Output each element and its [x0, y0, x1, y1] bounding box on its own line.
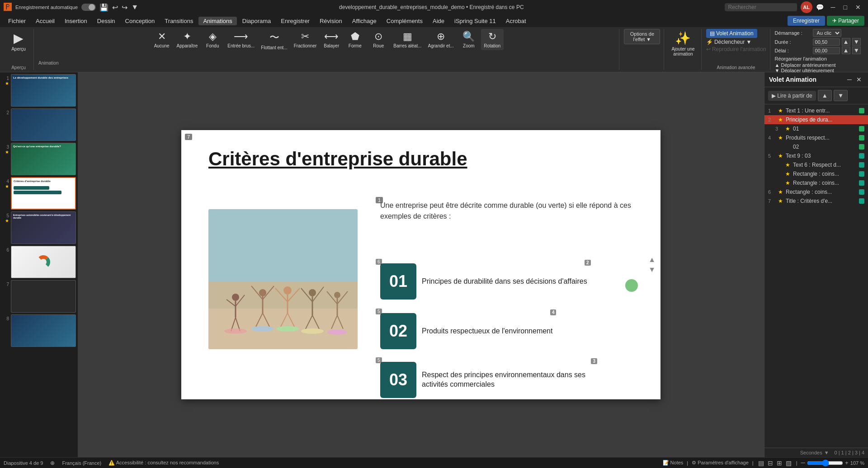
anim-aucune-btn[interactable]: ✕ Aucune [151, 29, 173, 50]
view-normal-btn[interactable]: ▤ [757, 459, 765, 468]
duration-up[interactable]: ▲ [842, 38, 850, 46]
slide-thumb-2[interactable]: 2 [2, 108, 76, 141]
view-outline-btn[interactable]: ⊟ [767, 459, 774, 468]
anim-item-rect1[interactable]: ★ Rectangle : coins... [772, 169, 868, 178]
undo-btn[interactable]: ↩ [112, 3, 118, 12]
customize-btn[interactable]: ▼ [131, 3, 138, 11]
anim-up-btn[interactable]: ▲ [818, 90, 832, 101]
notes-btn[interactable]: 📝 Notes [663, 460, 684, 466]
save-icon-btn[interactable]: 💾 [99, 3, 108, 12]
anim-down-btn[interactable]: ▼ [834, 90, 848, 101]
duration-input[interactable] [813, 38, 840, 46]
anim-item-02[interactable]: ★ 02 [772, 142, 868, 151]
redo-btn[interactable]: ↪ [122, 3, 127, 12]
anim-agrandir-btn[interactable]: ⊕ Agrandir et... [425, 29, 457, 50]
menu-diaporama[interactable]: Diaporama [238, 17, 276, 25]
zoom-out-btn[interactable]: ─ [801, 459, 805, 466]
minimize-btn[interactable]: ─ [827, 3, 839, 12]
anim-fractionner-btn[interactable]: ✂ Fractionner [291, 29, 320, 50]
anim-forme-btn[interactable]: ⬟ Forme [344, 29, 366, 50]
anim-item-rect2[interactable]: ★ Rectangle : coins... [772, 178, 868, 187]
menu-animations[interactable]: Animations [198, 17, 236, 25]
zoom-in-btn[interactable]: + [845, 459, 849, 466]
add-animation-btn[interactable]: ✨ Ajouter uneanimation [669, 29, 697, 58]
volet-animation-btn[interactable]: ▤ Volet Animation [706, 29, 757, 38]
anim-item-02-bar [859, 144, 864, 150]
slide-number-badge: 7 [185, 134, 192, 140]
comments-btn[interactable]: 💬 [816, 4, 824, 11]
view-presenter-btn[interactable]: ▨ [785, 459, 793, 468]
menu-fichier[interactable]: Fichier [4, 17, 30, 25]
menu-aide[interactable]: Aide [428, 17, 449, 25]
anim-item-3[interactable]: 3 ★ 01 [772, 124, 868, 133]
apercu-icon: ▶ [14, 31, 24, 46]
anim-pane-header: Volet Animation ─ ✕ [764, 72, 868, 87]
anim-item-1[interactable]: 1 ★ Text 1 : Une entr... [764, 106, 868, 115]
slide-thumb-3[interactable]: 3 ★ Qu'est-ce qu'une entreprise durable? [2, 143, 76, 175]
restore-btn[interactable]: □ [840, 3, 851, 12]
anim-item-4[interactable]: 4 ★ Produits respect... [764, 133, 868, 142]
close-btn[interactable]: ✕ [852, 3, 864, 12]
start-label: Démarrage : [775, 30, 811, 36]
autosave-toggle[interactable] [81, 4, 96, 11]
svg-point-37 [327, 329, 347, 335]
anim-apparaitre-btn[interactable]: ✦ Apparaître [174, 29, 201, 50]
delay-up[interactable]: ▲ [842, 47, 850, 54]
anim-barres-btn[interactable]: ▦ Barres aléat... [391, 29, 424, 50]
menu-revision[interactable]: Révision [315, 17, 347, 25]
menu-conception[interactable]: Conception [121, 17, 160, 25]
reproduire-btn[interactable]: ↩ Reproduire l'animation [706, 46, 766, 52]
menu-affichage[interactable]: Affichage [348, 17, 381, 25]
delay-down[interactable]: ▼ [852, 47, 861, 54]
anim-zoom-btn[interactable]: 🔍 Zoom [458, 29, 480, 50]
scroll-down-btn[interactable]: ▼ [648, 266, 656, 274]
display-params-btn[interactable]: ⚙ Paramètres d'affichage [692, 460, 749, 466]
anim-flottant-btn[interactable]: 〜 Flottant ent... [258, 29, 290, 52]
scroll-up-btn[interactable]: ▲ [648, 256, 656, 264]
anim-item-text6[interactable]: ★ Text 6 : Respect d... [772, 160, 868, 169]
search-input[interactable] [725, 3, 797, 11]
anim-item-5[interactable]: 5 ★ Text 9 : 03 [764, 151, 868, 160]
zoom-slider[interactable] [807, 459, 843, 467]
menu-enregistrer[interactable]: Enregistrer [276, 17, 314, 25]
menu-insertion[interactable]: Insertion [60, 17, 92, 25]
lang-label: Français (France) [62, 460, 101, 466]
slide-thumb-1[interactable]: 1 ★ Le développement durable des entrepr… [2, 74, 76, 107]
slide-preview-8 [11, 314, 76, 347]
anim-item-2[interactable]: 2 ★ Principes de dura... [764, 115, 868, 124]
menu-dessin[interactable]: Dessin [93, 17, 120, 25]
start-dropdown[interactable]: Au clic [813, 29, 841, 37]
menu-accueil[interactable]: Accueil [31, 17, 59, 25]
anim-item-7[interactable]: 7 ★ Title : Critères d'e... [764, 197, 868, 206]
delay-input[interactable] [813, 47, 840, 54]
anim-roue-btn[interactable]: ⊙ Roue [367, 29, 390, 50]
move-forward-btn[interactable]: ▲ Déplacer antérieurement [775, 62, 836, 68]
menu-complements[interactable]: Compléments [382, 17, 427, 25]
anim-balayer-btn[interactable]: ⟷ Balayer [320, 29, 343, 50]
anim-fondu-btn[interactable]: ◈ Fondu [201, 29, 224, 50]
btn-partager[interactable]: ✈ Partager [827, 16, 864, 26]
options-effet-btn[interactable]: Options del'effet ▼ [624, 29, 660, 44]
anim-item-6[interactable]: 6 ★ Rectangle : coins... [764, 187, 868, 197]
apercu-btn[interactable]: ▶ Aperçu [7, 29, 30, 53]
anim-play-btn[interactable]: ▶ Lire à partir de [768, 91, 816, 101]
anim-rotation-btn[interactable]: ↻ Rotation [481, 29, 504, 50]
duration-down[interactable]: ▼ [852, 38, 861, 46]
slide-thumb-4[interactable]: 4 ★ Critères d'entreprise durable [2, 177, 76, 210]
menu-transitions[interactable]: Transitions [160, 17, 198, 25]
menu-bar: Fichier Accueil Insertion Dessin Concept… [0, 14, 868, 27]
slide-num-7: 7 [2, 280, 9, 287]
slide-thumb-8[interactable]: 8 [2, 314, 76, 347]
declencheur-btn[interactable]: ⚡ Déclencheur ▼ [706, 39, 752, 45]
slide-thumb-7[interactable]: 7 [2, 280, 76, 313]
btn-enregistrer[interactable]: Enregistrer [788, 16, 825, 26]
slide-thumb-6[interactable]: 6 [2, 246, 76, 278]
seconds-label: Secondes [800, 450, 822, 455]
menu-ispring[interactable]: iSpring Suite 11 [450, 17, 500, 25]
view-grid-btn[interactable]: ⊞ [776, 459, 783, 468]
anim-pane-close-btn[interactable]: ✕ [854, 75, 863, 84]
slide-thumb-5[interactable]: 5 ★ Entreprises automobiles soutenant le… [2, 211, 76, 244]
anim-pane-collapse-btn[interactable]: ─ [845, 75, 854, 84]
anim-entree-btn[interactable]: ⟶ Entrée brus... [225, 29, 257, 50]
menu-acrobat[interactable]: Acrobat [501, 17, 531, 25]
